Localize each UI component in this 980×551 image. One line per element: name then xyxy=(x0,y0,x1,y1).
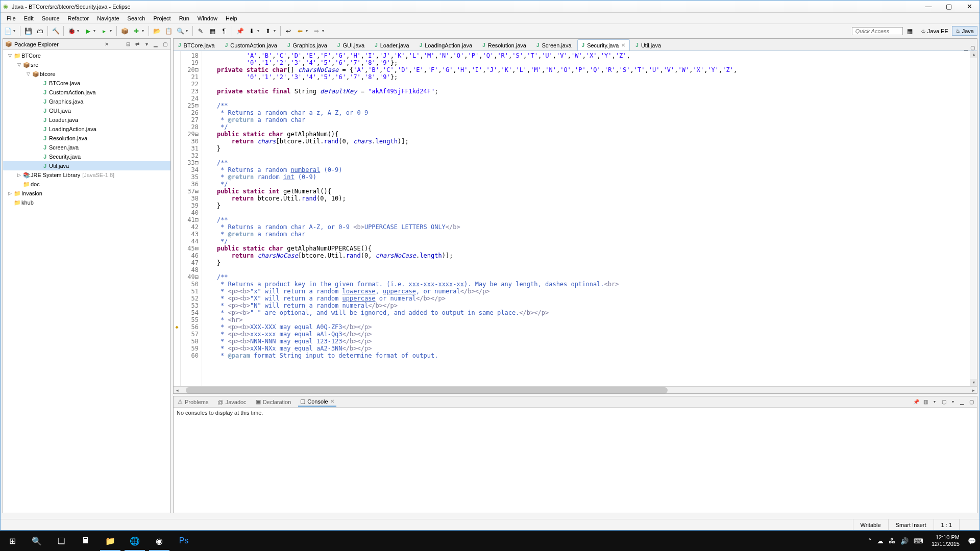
tree-item-jre-system-library[interactable]: ▷📚JRE System Library[JavaSE-1.8] xyxy=(3,170,170,180)
editor-tab-loader-java[interactable]: JLoader.java xyxy=(370,39,413,51)
tab-close-icon[interactable]: ✕ xyxy=(621,42,625,48)
tree-item-loader-java[interactable]: JLoader.java xyxy=(3,115,170,124)
menu-window[interactable]: Window xyxy=(193,14,222,22)
bottom-tab-problems[interactable]: ⚠Problems xyxy=(176,397,210,406)
new-class-button[interactable]: ✚ xyxy=(131,26,141,36)
run-last-dropdown[interactable]: ▾ xyxy=(110,29,114,33)
display-console-dropdown[interactable]: ▾ xyxy=(931,398,938,406)
tree-item-loadingaction-java[interactable]: JLoadingAction.java xyxy=(3,124,170,134)
annotation-button[interactable]: 📌 xyxy=(235,26,245,36)
photoshop-app[interactable]: Ps xyxy=(172,531,196,551)
menu-search[interactable]: Search xyxy=(124,14,150,22)
save-button[interactable]: 💾 xyxy=(23,26,33,36)
tree-item-graphics-java[interactable]: JGraphics.java xyxy=(3,97,170,106)
tree-item-btcore[interactable]: ▽📦btcore xyxy=(3,69,170,79)
save-all-button[interactable]: 🗃 xyxy=(35,26,45,36)
task-view-button[interactable]: ❏ xyxy=(49,531,74,551)
open-type-button[interactable]: 📂 xyxy=(152,26,162,36)
search-button[interactable]: 🔍 xyxy=(175,26,185,36)
tree-item-resolution-java[interactable]: JResolution.java xyxy=(3,134,170,143)
show-whitespace-button[interactable]: ¶ xyxy=(219,26,229,36)
tray-keyboard-icon[interactable]: ⌨ xyxy=(914,537,923,545)
editor-tab-gui-java[interactable]: JGUI.java xyxy=(333,39,369,51)
forward-button[interactable]: ➡ xyxy=(311,26,322,36)
hscroll-right[interactable]: ▸ xyxy=(970,388,977,393)
tree-item-src[interactable]: ▽📦src xyxy=(3,60,170,69)
menu-source[interactable]: Source xyxy=(38,14,64,22)
editor-minimize-button[interactable]: ▁ xyxy=(964,45,968,51)
maximize-view-button[interactable]: ▢ xyxy=(161,41,168,48)
quick-access-input[interactable] xyxy=(852,27,903,35)
editor-tab-loadingaction-java[interactable]: JLoadingAction.java xyxy=(415,39,477,51)
calculator-app[interactable]: 🖩 xyxy=(74,531,98,551)
menu-navigate[interactable]: Navigate xyxy=(93,14,123,22)
menu-run[interactable]: Run xyxy=(175,14,193,22)
console-maximize-button[interactable]: ▢ xyxy=(968,398,975,406)
chrome-app[interactable]: 🌐 xyxy=(122,531,147,551)
tree-twisty[interactable]: ▷ xyxy=(15,172,22,178)
menu-refactor[interactable]: Refactor xyxy=(64,14,93,22)
line-number-gutter[interactable]: 181920⊟2122232425⊟26272829⊟30313233⊟3435… xyxy=(181,51,202,386)
tree-item-khub[interactable]: 📁khub xyxy=(3,198,170,207)
file-explorer-app[interactable]: 📁 xyxy=(98,531,122,551)
run-last-button[interactable]: ▸ xyxy=(99,26,109,36)
open-console-dropdown[interactable]: ▾ xyxy=(949,398,957,406)
tray-clock[interactable]: 12:10 PM 12/11/2015 xyxy=(928,534,963,547)
tray-notifications-icon[interactable]: 💬 xyxy=(968,537,976,545)
overview-ruler[interactable]: ▴ ▾ xyxy=(970,51,977,386)
perspective-java-ee[interactable]: ♨Java EE xyxy=(917,26,952,36)
forward-dropdown[interactable]: ▾ xyxy=(322,29,326,33)
minimize-button[interactable]: — xyxy=(918,1,939,13)
tray-volume-icon[interactable]: 🔊 xyxy=(900,537,909,545)
toggle-mark-button[interactable]: ✎ xyxy=(195,26,206,36)
build-button[interactable]: 🔨 xyxy=(51,26,61,36)
next-annotation-button[interactable]: ⬇ xyxy=(247,26,257,36)
editor-maximize-button[interactable]: ▢ xyxy=(970,45,975,51)
next-anno-dropdown[interactable]: ▾ xyxy=(257,29,261,33)
search-button-taskbar[interactable]: 🔍 xyxy=(24,531,49,551)
bottom-tab-console[interactable]: ▢Console ✕ xyxy=(298,397,336,407)
tree-item-screen-java[interactable]: JScreen.java xyxy=(3,143,170,152)
hscroll-thumb[interactable] xyxy=(186,387,668,393)
tree-twisty[interactable]: ▽ xyxy=(6,53,13,58)
eclipse-app[interactable]: ◉ xyxy=(147,531,172,551)
project-tree[interactable]: ▽📁BTCore▽📦src▽📦btcoreJBTCore.javaJCustom… xyxy=(3,50,170,513)
tray-onedrive-icon[interactable]: ☁ xyxy=(877,537,884,545)
tray-chevron-icon[interactable]: ˄ xyxy=(868,537,872,545)
run-button[interactable]: ▶ xyxy=(83,26,93,36)
tree-item-gui-java[interactable]: JGUI.java xyxy=(3,106,170,115)
scroll-up-button[interactable]: ▴ xyxy=(970,51,977,58)
tab-close-icon[interactable]: ✕ xyxy=(330,398,334,404)
tree-item-btcore[interactable]: ▽📁BTCore xyxy=(3,51,170,60)
prev-anno-dropdown[interactable]: ▾ xyxy=(274,29,278,33)
link-editor-button[interactable]: ⇄ xyxy=(134,41,141,48)
view-menu-button[interactable]: ▾ xyxy=(143,41,150,48)
close-button[interactable]: ✕ xyxy=(959,1,979,13)
new-dropdown[interactable]: ▾ xyxy=(13,29,17,33)
back-button[interactable]: ⬅ xyxy=(295,26,305,36)
pin-console-button[interactable]: 📌 xyxy=(913,398,920,406)
editor-tab-graphics-java[interactable]: JGraphics.java xyxy=(283,39,332,51)
debug-dropdown[interactable]: ▾ xyxy=(77,29,81,33)
editor-tab-customaction-java[interactable]: JCustomAction.java xyxy=(220,39,282,51)
tray-network-icon[interactable]: 🖧 xyxy=(889,537,895,545)
tree-item-customaction-java[interactable]: JCustomAction.java xyxy=(3,88,170,97)
code-editor[interactable]: 'A','B','C','D','E','F','G','H','I','J',… xyxy=(202,51,970,386)
toggle-block-button[interactable]: ▦ xyxy=(207,26,217,36)
last-edit-button[interactable]: ↩ xyxy=(283,26,293,36)
tree-twisty[interactable]: ▽ xyxy=(15,62,22,67)
scroll-down-button[interactable]: ▾ xyxy=(970,379,977,386)
pe-close-icon[interactable]: ✕ xyxy=(103,41,110,48)
new-button[interactable]: 📄 xyxy=(3,26,13,36)
new-class-dropdown[interactable]: ▾ xyxy=(142,29,146,33)
menu-file[interactable]: File xyxy=(3,14,20,22)
tree-twisty[interactable]: ▷ xyxy=(6,191,13,196)
run-dropdown[interactable]: ▾ xyxy=(93,29,97,33)
menu-edit[interactable]: Edit xyxy=(20,14,38,22)
search-dropdown[interactable]: ▾ xyxy=(186,29,190,33)
tree-twisty[interactable]: ▽ xyxy=(24,71,32,77)
prev-annotation-button[interactable]: ⬆ xyxy=(263,26,273,36)
tree-item-invasion[interactable]: ▷📁Invasion xyxy=(3,189,170,198)
marker-gutter[interactable]: ◆ xyxy=(174,51,181,386)
start-button[interactable]: ⊞ xyxy=(0,531,24,551)
